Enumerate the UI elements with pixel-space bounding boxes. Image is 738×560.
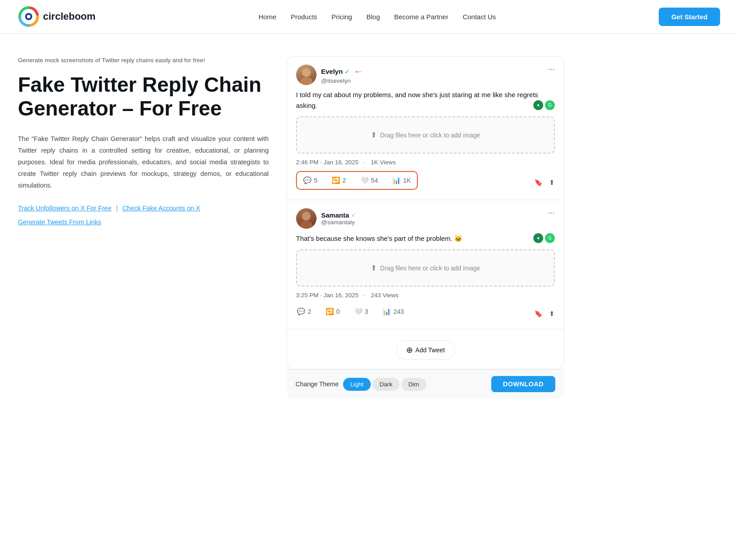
right-panel: Evelyn ✓ ← @itsevelyn ··· I told my cat … — [287, 56, 720, 398]
retweet-icon-2: 🔁 — [326, 308, 334, 316]
download-button[interactable]: DOWNLOAD — [491, 376, 555, 392]
theme-dim-button[interactable]: Dim — [401, 378, 426, 391]
tweet-views-2: 243 Views — [371, 292, 399, 299]
svg-point-4 — [300, 77, 313, 85]
svg-point-6 — [300, 221, 313, 229]
stat-comments-1: 💬 5 — [303, 176, 318, 184]
tweet-stats-1: 💬 5 🔁 2 🤍 54 📊 1K — [296, 171, 418, 190]
tweet-stats-2: 💬 2 🔁 0 🤍 3 📊 243 — [296, 304, 405, 319]
divider: | — [116, 204, 118, 212]
ai-icons-2: ● G — [533, 233, 555, 243]
link-generate-tweets[interactable]: Generate Tweets From Links — [18, 218, 269, 226]
retweet-icon-1: 🔁 — [332, 176, 340, 184]
stat-analytics-count-1: 1K — [403, 177, 411, 184]
stat-comments-2: 💬 2 — [297, 308, 311, 316]
tweet-card-2: Samanta ✓ @samantaly ··· That's because … — [287, 200, 564, 329]
stat-comments-count-1: 5 — [314, 177, 318, 184]
drop-zone-text-1: Drag files here or click to add image — [380, 132, 480, 139]
logo[interactable]: circleboom — [18, 6, 95, 27]
stat-likes-count-2: 3 — [365, 308, 369, 315]
tweet-views-separator-1: · — [364, 159, 365, 166]
bookmark-icon-1[interactable]: 🔖 — [534, 179, 543, 187]
page-title: Fake Twitter Reply Chain Generator – For… — [18, 73, 269, 120]
tweet-time-2: 3:25 PM · Jan 16, 2025 — [296, 292, 359, 299]
stat-analytics-count-2: 243 — [393, 308, 403, 315]
svg-point-3 — [302, 68, 311, 77]
tweet-text-2: That's because she knows she's part of t… — [296, 233, 555, 244]
user-name-row-1: Evelyn ✓ ← — [321, 66, 363, 77]
ai-icon-2b: G — [545, 233, 555, 243]
user-name-row-2: Samanta ✓ — [321, 211, 356, 219]
tweet-actions-2: 🔖 ⬆ — [534, 310, 555, 318]
nav-blog[interactable]: Blog — [366, 13, 380, 21]
tweet-time-1: 2:46 PM · Jan 16, 2025 — [296, 159, 359, 166]
user-handle-2: @samantaly — [321, 219, 356, 226]
tweet-header-1: Evelyn ✓ ← @itsevelyn ··· — [296, 64, 555, 85]
footer-bar: Change Theme Light Dark Dim DOWNLOAD — [287, 369, 564, 398]
svg-point-5 — [302, 212, 311, 221]
ai-icon-1a: ● — [533, 100, 543, 110]
add-tweet-button[interactable]: ⊕ Add Tweet — [396, 340, 455, 360]
nav-contact[interactable]: Contact Us — [463, 13, 496, 21]
link-fake-accounts[interactable]: Check Fake Accounts on X — [122, 205, 200, 212]
theme-dark-button[interactable]: Dark — [373, 378, 400, 391]
left-panel: Generate mock screenshots of Twitter rep… — [18, 56, 269, 398]
tweet-container: Evelyn ✓ ← @itsevelyn ··· I told my cat … — [287, 56, 564, 369]
user-info-1: Evelyn ✓ ← @itsevelyn — [296, 64, 363, 85]
nav-partner[interactable]: Become a Partner — [394, 13, 448, 21]
ai-icon-2a: ● — [533, 233, 543, 243]
drop-zone-2[interactable]: ⬆ Drag files here or click to add image — [296, 249, 555, 286]
bookmark-icon-2[interactable]: 🔖 — [534, 310, 543, 318]
description: The "Fake Twitter Reply Chain Generator"… — [18, 133, 269, 191]
avatar-samanta-silhouette — [296, 208, 317, 229]
arrow-icon-1: ← — [353, 66, 363, 77]
tweet-meta-2: 3:25 PM · Jan 16, 2025 · 243 Views — [296, 292, 555, 299]
tweet-text-content-2: That's because she knows she's part of t… — [296, 235, 463, 242]
stat-likes-count-1: 54 — [371, 177, 378, 184]
upload-icon-1: ⬆ — [371, 131, 377, 139]
nav-products[interactable]: Products — [291, 13, 317, 21]
logo-icon — [18, 6, 39, 27]
stat-retweets-1: 🔁 2 — [332, 176, 346, 184]
theme-light-button[interactable]: Light — [343, 378, 370, 391]
change-theme-label: Change Theme — [296, 380, 339, 388]
drop-zone-text-2: Drag files here or click to add image — [380, 265, 480, 272]
nav-home[interactable]: Home — [258, 13, 276, 21]
verified-icon-1: ✓ — [344, 68, 350, 75]
share-icon-1[interactable]: ⬆ — [549, 179, 555, 187]
tweet-header-2: Samanta ✓ @samantaly ··· — [296, 208, 555, 229]
tweet-text-content-1: I told my cat about my problems, and now… — [296, 91, 538, 109]
tweet-meta-1: 2:46 PM · Jan 16, 2025 · 1K Views — [296, 159, 555, 166]
link-track-unfollowers[interactable]: Track Unfollowers on X For Free — [18, 205, 112, 212]
stat-retweets-count-2: 0 — [336, 308, 340, 315]
user-handle-1: @itsevelyn — [321, 77, 363, 84]
drop-zone-1[interactable]: ⬆ Drag files here or click to add image — [296, 116, 555, 154]
get-started-button[interactable]: Get Started — [659, 8, 720, 26]
nav-pricing[interactable]: Pricing — [331, 13, 352, 21]
stat-likes-2: 🤍 3 — [354, 308, 369, 316]
share-icon-2[interactable]: ⬆ — [549, 310, 555, 318]
add-tweet-label: Add Tweet — [416, 346, 445, 354]
stat-analytics-1: 📊 1K — [392, 176, 411, 184]
tweet-card-1: Evelyn ✓ ← @itsevelyn ··· I told my cat … — [287, 56, 564, 200]
user-name-1: Evelyn — [321, 68, 343, 75]
logo-text: circleboom — [43, 11, 95, 22]
ai-icons-1: ● G — [533, 100, 555, 110]
avatar-1 — [296, 64, 317, 85]
comment-icon-2: 💬 — [297, 308, 305, 316]
user-details-1: Evelyn ✓ ← @itsevelyn — [321, 66, 363, 84]
svg-point-2 — [27, 15, 30, 18]
add-tweet-row: ⊕ Add Tweet — [287, 329, 564, 369]
tweet-more-1[interactable]: ··· — [548, 64, 555, 74]
tweet-views-separator-2: · — [364, 292, 365, 299]
links-row: Track Unfollowers on X For Free | Check … — [18, 204, 269, 212]
stat-analytics-2: 📊 243 — [382, 308, 403, 316]
avatar-evelyn-silhouette — [296, 64, 317, 85]
tweet-text-1: I told my cat about my problems, and now… — [296, 90, 555, 111]
add-icon: ⊕ — [406, 345, 413, 355]
stat-retweets-2: 🔁 0 — [326, 308, 340, 316]
tweet-more-2[interactable]: ··· — [548, 208, 555, 218]
avatar-2 — [296, 208, 317, 229]
comment-icon-1: 💬 — [303, 176, 312, 184]
like-icon-2: 🤍 — [354, 308, 363, 316]
